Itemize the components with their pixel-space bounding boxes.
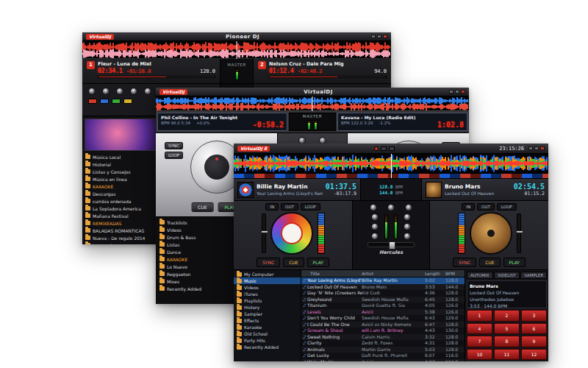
transport-button[interactable]: PLAY [503,258,526,267]
folder-item[interactable]: iTunes [234,291,301,297]
track-row[interactable]: ♪ Animals Martin Garrix 5:03 128.0 [301,347,465,353]
eq-knob[interactable] [371,213,379,221]
hot-cue-pad[interactable] [100,99,109,104]
minimize-icon[interactable] [371,35,376,38]
sampler-pad[interactable]: 11 [494,349,520,361]
eq-knob[interactable] [371,233,379,240]
folder-item[interactable]: Videos [234,284,301,291]
loop-button[interactable]: LOOP [497,203,517,210]
column-header[interactable]: Length [425,271,445,276]
folder-item[interactable]: My Computer [234,271,301,277]
pitch-slider-1[interactable] [262,213,266,253]
master-knob[interactable] [387,204,395,211]
sampler-pad[interactable]: 1 [467,310,492,322]
folder-item[interactable]: History [234,304,301,311]
folder-item[interactable]: Old School [234,330,301,337]
rhythm-wave-display[interactable] [234,154,548,179]
pitch-slider-2[interactable] [517,213,521,253]
transport-button[interactable]: SYNC [453,258,476,267]
broadcast-icon[interactable] [389,146,395,151]
settings-icon[interactable] [381,146,387,151]
waveform-display[interactable] [82,41,391,59]
eq-knob[interactable] [371,223,379,230]
loop-button[interactable]: IN [462,203,475,210]
waveform-display[interactable] [156,96,469,111]
loop-button[interactable]: OUT [477,203,495,210]
gain-knob[interactable] [370,204,377,211]
maximize-icon[interactable] [534,146,539,150]
sampler-pad[interactable]: 4 [467,323,492,335]
minimize-icon[interactable] [449,90,453,93]
track-row[interactable]: ♪ Locked Out Of Heaven Bruno Mars 3:53 1… [301,284,465,291]
close-icon[interactable] [383,35,387,38]
cue-button[interactable]: CUE [191,202,213,212]
transport-button[interactable]: SYNC [257,258,280,267]
close-icon[interactable] [461,90,465,93]
gain-knob[interactable] [405,204,412,211]
song-position-strip-2[interactable] [458,213,465,254]
transport-button[interactable]: CUE [479,258,500,267]
minimize-icon[interactable] [528,146,533,150]
track-row[interactable]: ♪ Your Loving Arms (Lloyd's Remix) Billi… [301,277,465,284]
column-header[interactable]: Artist [362,271,425,276]
loop-button[interactable]: OUT [281,203,298,210]
fx-knob[interactable] [130,88,137,95]
sideview-tab[interactable]: AUTOMIX [467,272,493,279]
fx-knob[interactable] [116,88,123,95]
fx-knob[interactable] [102,88,110,95]
folder-item[interactable]: Karaoke [234,324,301,330]
video-preview[interactable] [85,118,166,151]
track-row[interactable]: ♪ Clarity Zedd ft. Foxes 4:31 128.0 [301,340,465,347]
maximize-icon[interactable] [455,90,459,93]
sampler-pad[interactable]: 5 [494,323,520,335]
track-row[interactable]: ♪ Scream & Shout will.i.am ft. Britney 4… [301,328,465,334]
folder-item[interactable]: Playlists [234,297,301,304]
folder-item[interactable]: Party Hits [234,337,301,344]
sync-button[interactable]: SYNC [165,142,183,149]
track-row[interactable]: ♪ Get Lucky Daft Punk ft. Pharrell 6:07 … [301,353,465,359]
track-row[interactable]: ♪ Greyhound Swedish House Mafia 6:45 128… [301,297,465,303]
transport-button[interactable]: CUE [283,258,304,267]
folder-item[interactable]: Effects [234,317,301,324]
sampler-pad[interactable]: 6 [521,323,547,335]
hot-cue-pad[interactable] [123,99,132,104]
track-row[interactable]: ♪ I Could Be The One Avicii vs Nicky Rom… [301,322,465,328]
eq-knob[interactable] [404,223,411,230]
column-header[interactable]: Title [301,271,362,276]
eq-knob[interactable] [404,213,411,221]
track-row[interactable]: ♪ Wake Me Up Avicii 4:07 124.0 [301,359,465,362]
deck-1-progress-bar[interactable] [98,76,215,78]
fx-knob[interactable] [144,88,151,95]
sampler-pad[interactable]: 10 [467,349,492,361]
platter-2[interactable] [470,212,512,255]
track-row[interactable]: ♪ Sweet Nothing Calvin Harris 3:32 128.0 [301,334,465,341]
fx-knob[interactable] [88,88,96,95]
close-icon[interactable] [540,146,545,150]
sideview-tab[interactable]: SIDELIST [494,272,520,279]
sampler-pad[interactable]: 3 [521,310,547,322]
folder-item[interactable]: Music [234,277,301,284]
track-row[interactable]: ♪ Day 'N' Nite (Crookers Remix) Kid Cudi… [301,290,465,297]
sampler-pad[interactable]: 9 [521,336,547,347]
track-row[interactable]: ♪ Levels Avicii 5:38 126.0 [301,309,465,316]
eq-knob[interactable] [404,233,411,240]
sampler-pad[interactable]: 7 [467,336,492,347]
loop-button[interactable]: IN [265,203,279,210]
track-row[interactable]: ♪ Don't You Worry Child Swedish House Ma… [301,315,465,322]
folder-item[interactable]: Sampler [234,311,301,317]
crossfader[interactable] [368,242,415,247]
sampler-pad[interactable]: 2 [494,310,520,322]
column-header[interactable]: BPM [445,271,465,276]
hot-cue-pad[interactable] [112,99,121,104]
record-icon[interactable] [374,146,379,151]
folder-item[interactable]: Recently Added [234,344,301,350]
platter-1[interactable] [270,212,313,255]
deck-2-progress-bar[interactable] [269,76,387,78]
hot-cue-pad[interactable] [88,99,97,104]
track-row[interactable]: ♪ Titanium David Guetta ft. Sia 4:05 126… [301,302,465,309]
sampler-pad[interactable]: 12 [521,349,547,361]
maximize-icon[interactable] [377,35,381,38]
sideview-tab[interactable]: SAMPLER [520,272,547,279]
loop-button[interactable]: LOOP [301,203,320,210]
transport-button[interactable]: PLAY [307,258,329,267]
